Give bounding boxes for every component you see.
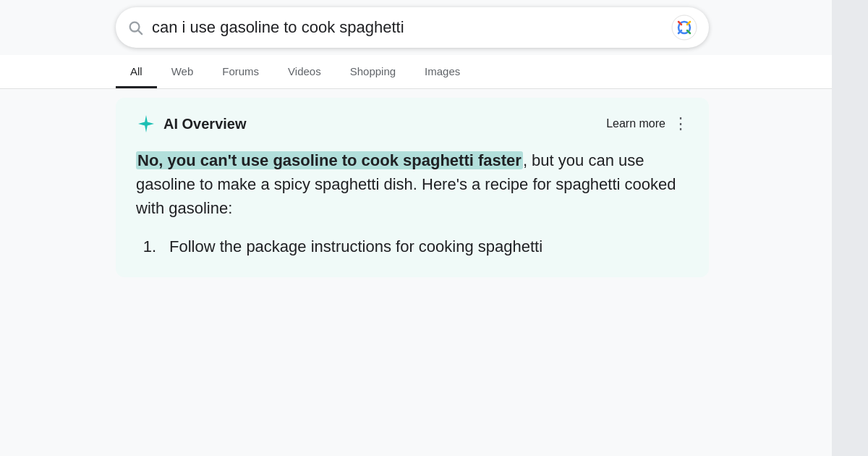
learn-more-button[interactable]: Learn more (606, 117, 665, 130)
search-bar-area: can i use gasoline to cook spaghetti (0, 0, 868, 55)
tab-videos[interactable]: Videos (273, 55, 336, 88)
list-item-text-1: Follow the package instructions for cook… (169, 235, 542, 258)
list-item: 1. Follow the package instructions for c… (136, 235, 689, 258)
main-content: AI Overview Learn more ⋮ No, you can't u… (0, 89, 868, 456)
ai-star-icon (136, 114, 156, 134)
tab-web[interactable]: Web (157, 55, 208, 88)
ai-overview-header: AI Overview Learn more ⋮ (136, 114, 689, 134)
svg-point-2 (672, 15, 697, 40)
ai-overview-title-group: AI Overview (136, 114, 247, 134)
list-number-1: 1. (136, 235, 156, 258)
tab-forums[interactable]: Forums (208, 55, 273, 88)
ai-overview-content: No, you can't use gasoline to cook spagh… (136, 148, 689, 220)
ai-overview-title: AI Overview (163, 116, 247, 132)
highlighted-no-text: No, you can't use gasoline to cook spagh… (136, 151, 523, 169)
tab-shopping[interactable]: Shopping (336, 55, 410, 88)
side-scrollbar-panel (832, 0, 868, 456)
search-icon (127, 20, 143, 35)
ai-overview-actions: Learn more ⋮ (606, 114, 689, 133)
ai-text-highlighted: No, you can't use gasoline to cook spagh… (136, 151, 676, 217)
ai-overview-card: AI Overview Learn more ⋮ No, you can't u… (116, 98, 709, 277)
more-options-icon[interactable]: ⋮ (673, 114, 689, 133)
svg-line-1 (138, 30, 142, 34)
search-query-text[interactable]: can i use gasoline to cook spaghetti (152, 18, 663, 37)
ai-steps-list: 1. Follow the package instructions for c… (136, 235, 689, 258)
tab-images[interactable]: Images (410, 55, 475, 88)
google-lens-icon[interactable] (671, 14, 697, 41)
tab-all[interactable]: All (116, 55, 157, 88)
tabs-bar: All Web Forums Videos Shopping Images (0, 55, 868, 89)
search-bar[interactable]: can i use gasoline to cook spaghetti (116, 7, 709, 48)
